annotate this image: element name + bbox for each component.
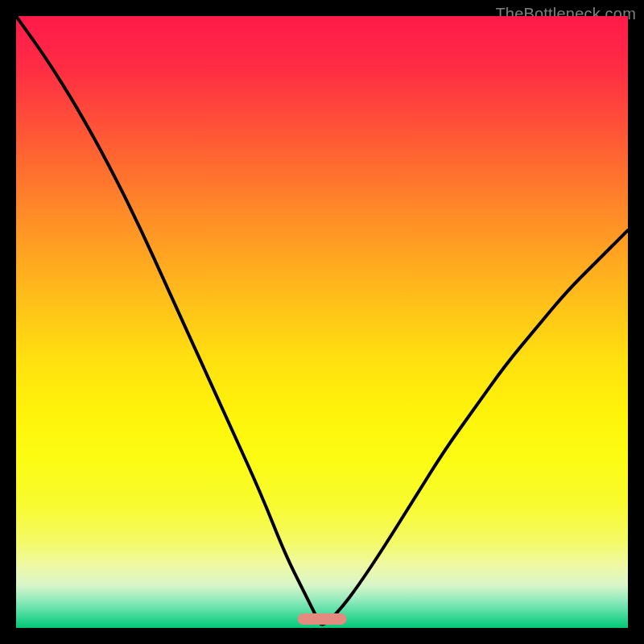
plot-area — [16, 16, 628, 628]
optimal-marker — [298, 613, 347, 625]
bottleneck-curve — [16, 16, 628, 628]
chart-container: TheBottleneck.com — [0, 0, 644, 644]
